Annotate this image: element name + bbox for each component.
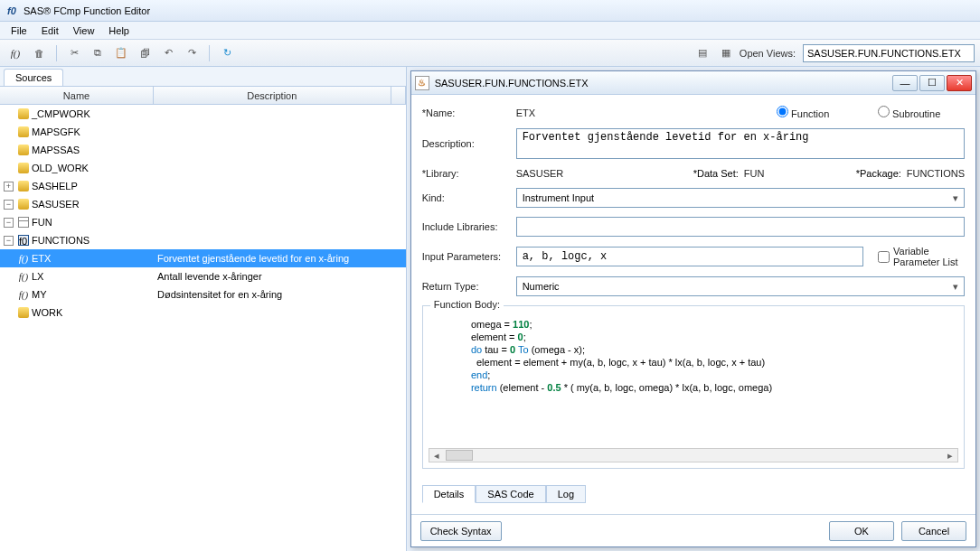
tree-node-mapsgfk[interactable]: MAPSGFK (0, 123, 406, 141)
library-value: SASUSER (516, 168, 564, 179)
menu-edit[interactable]: Edit (36, 23, 64, 38)
description-label: Description: (422, 138, 509, 149)
close-button[interactable]: ✕ (947, 75, 972, 91)
tree-node-work[interactable]: WORK (0, 304, 406, 322)
menu-view[interactable]: View (68, 23, 100, 38)
tree-node-sashelp[interactable]: +SASHELP (0, 177, 406, 195)
col-description[interactable]: Description (154, 87, 391, 104)
open-views-field[interactable]: SASUSER.FUN.FUNCTIONS.ETX (803, 44, 975, 62)
tab-sas-code[interactable]: SAS Code (476, 485, 545, 503)
scroll-right-icon[interactable]: ▸ (943, 449, 957, 462)
minimize-button[interactable]: — (892, 75, 918, 91)
return-type-combo[interactable]: Numeric▾ (516, 276, 965, 296)
tree-node-functions[interactable]: −f0FUNCTIONS (0, 231, 406, 249)
kind-combo[interactable]: Instrument Input▾ (516, 188, 965, 208)
name-value: ETX (516, 107, 535, 118)
editor-titlebar[interactable]: ♨ SASUSER.FUN.FUNCTIONS.ETX — ☐ ✕ (411, 71, 975, 95)
description-field[interactable]: Forventet gjenstående levetid for en x-å… (516, 128, 965, 159)
tree-node-mapssas[interactable]: MAPSSAS (0, 141, 406, 159)
app-title: SAS® FCmp Function Editor (24, 5, 150, 16)
tile-windows-button[interactable]: ▦ (716, 43, 736, 63)
tree-node-oldwork[interactable]: OLD_WORK (0, 159, 406, 177)
tree-node-etx[interactable]: f()ETXForventet gjenstående levetid for … (0, 249, 406, 267)
radio-subroutine[interactable]: Subroutine (878, 106, 965, 119)
new-function-button[interactable]: f() (5, 43, 25, 63)
name-label: *Name: (422, 107, 509, 118)
menu-help[interactable]: Help (103, 23, 135, 38)
tree[interactable]: _CMPWORK MAPSGFK MAPSSAS OLD_WORK +SASHE… (0, 105, 406, 551)
java-icon: ♨ (415, 76, 429, 90)
input-parameters-field[interactable] (516, 247, 863, 266)
copy-button[interactable]: ⧉ (88, 43, 108, 63)
tab-details[interactable]: Details (422, 485, 476, 503)
tab-sources[interactable]: Sources (4, 69, 63, 86)
editor-footer: Check Syntax OK Cancel (411, 514, 975, 546)
collapse-icon[interactable]: − (4, 200, 14, 210)
function-body-fieldset: Function Body: omega = 110; element = 0;… (422, 305, 965, 469)
kind-label: Kind: (422, 192, 509, 203)
tree-node-sasuser[interactable]: −SASUSER (0, 195, 406, 213)
left-tabstrip: Sources (0, 67, 406, 87)
return-type-label: Return Type: (422, 281, 509, 292)
chevron-down-icon: ▾ (953, 281, 958, 293)
tree-header: Name Description (0, 87, 406, 105)
duplicate-button[interactable]: 🗐 (135, 43, 155, 63)
params-label: Input Parameters: (422, 251, 509, 262)
toolbar: f() 🗑 ✂ ⧉ 📋 🗐 ↶ ↷ ↻ ▤ ▦ Open Views: SASU… (0, 40, 980, 67)
package-value: FUNCTIONS (907, 168, 965, 179)
open-views-label: Open Views: (740, 48, 796, 59)
cascade-windows-button[interactable]: ▤ (693, 43, 712, 63)
collapse-icon[interactable]: − (4, 236, 14, 246)
cut-button[interactable]: ✂ (64, 43, 84, 63)
paste-button[interactable]: 📋 (111, 43, 131, 63)
editor-window-title: SASUSER.FUN.FUNCTIONS.ETX (435, 78, 589, 89)
dataset-value: FUN (744, 168, 765, 179)
tree-node-fun[interactable]: −FUN (0, 213, 406, 231)
col-name[interactable]: Name (0, 87, 154, 104)
collapse-icon[interactable]: − (4, 218, 14, 228)
code-hscrollbar[interactable]: ◂▸ (429, 448, 958, 462)
bottom-tabstrip: Details SAS Code Log (422, 485, 965, 503)
refresh-button[interactable]: ↻ (217, 43, 237, 63)
chevron-down-icon: ▾ (953, 192, 958, 204)
library-label: *Library: (422, 168, 509, 179)
undo-button[interactable]: ↶ (158, 43, 178, 63)
delete-button[interactable]: 🗑 (29, 43, 49, 63)
radio-function[interactable]: Function (777, 106, 863, 119)
ok-button[interactable]: OK (829, 521, 894, 541)
function-body-label: Function Body: (430, 299, 504, 310)
redo-button[interactable]: ↷ (182, 43, 202, 63)
scroll-thumb[interactable] (446, 450, 473, 461)
dataset-label: *Data Set: (693, 168, 739, 179)
check-syntax-button[interactable]: Check Syntax (420, 521, 502, 541)
expand-icon[interactable]: + (4, 182, 14, 191)
tree-node-cmpwork[interactable]: _CMPWORK (0, 105, 406, 123)
tree-node-my[interactable]: f()MYDødsintensitet for en x-åring (0, 285, 406, 304)
menubar: File Edit View Help (0, 22, 980, 40)
scroll-left-icon[interactable]: ◂ (429, 449, 444, 462)
variable-param-checkbox[interactable]: Variable Parameter List (878, 246, 965, 267)
app-titlebar: f0 SAS® FCmp Function Editor (0, 0, 980, 22)
code-editor[interactable]: omega = 110; element = 0; do tau = 0 To … (429, 315, 958, 444)
include-libraries-field[interactable] (516, 217, 965, 237)
menu-file[interactable]: File (5, 23, 33, 38)
app-icon: f0 (5, 5, 18, 17)
tab-log[interactable]: Log (546, 485, 586, 503)
include-label: Include Libraries: (422, 221, 509, 232)
editor-window: ♨ SASUSER.FUN.FUNCTIONS.ETX — ☐ ✕ *Name:… (410, 70, 976, 547)
sources-panel: Sources Name Description _CMPWORK MAPSGF… (0, 67, 407, 551)
package-label: *Package: (856, 168, 901, 179)
cancel-button[interactable]: Cancel (901, 521, 966, 541)
tree-node-lx[interactable]: f()LXAntall levende x-åringer (0, 267, 406, 285)
maximize-button[interactable]: ☐ (919, 75, 945, 91)
